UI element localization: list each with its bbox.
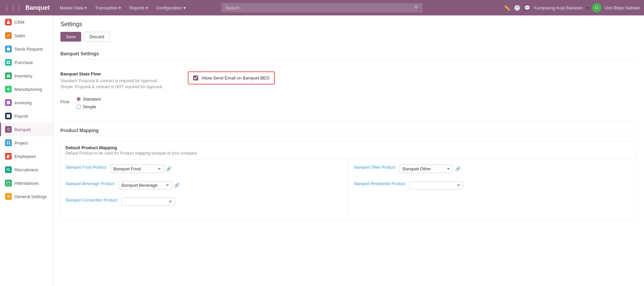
- edit-icon[interactable]: ✏️: [504, 5, 511, 11]
- mapping-row-convention: Banquet Convention Product: [66, 197, 343, 206]
- food-product-select[interactable]: Banquet Food: [110, 165, 164, 173]
- sidebar-item-payroll[interactable]: P Payroll: [0, 109, 53, 123]
- email-checkbox[interactable]: [193, 75, 198, 80]
- state-flow-desc-line1: Standard: Proposal & contract is require…: [60, 78, 158, 83]
- crm-icon: [5, 19, 12, 25]
- user-name[interactable]: Umi Bilqis Nabilah: [605, 5, 640, 10]
- radio-simple-input[interactable]: [76, 105, 81, 109]
- banquet-settings-content: Banquet State Flow Standard: Proposal & …: [60, 65, 637, 118]
- sidebar-item-invoicing[interactable]: $ Invoicing: [0, 96, 53, 109]
- sidebar-item-recruitment[interactable]: Recruitment: [0, 163, 53, 176]
- email-checkbox-label: Allow Send Email on Banquet BEO: [202, 75, 269, 80]
- general-icon: [5, 193, 12, 200]
- beverage-external-link-icon[interactable]: 🔗: [174, 183, 179, 188]
- svg-rect-15: [9, 141, 10, 142]
- residential-product-select-container: [410, 181, 463, 189]
- other-product-select-container: Banquet Other 🔗: [399, 165, 461, 173]
- page-title: Settings: [60, 21, 637, 28]
- sidebar-item-stock[interactable]: Stock Request: [0, 42, 53, 56]
- sidebar-label-recruitment: Recruitment: [14, 167, 38, 172]
- svg-point-20: [7, 168, 9, 171]
- sidebar-label-employees: Employees: [14, 154, 36, 159]
- radio-standard[interactable]: Standard: [76, 97, 101, 102]
- radio-standard-input[interactable]: [76, 97, 81, 101]
- search-input[interactable]: [221, 3, 423, 12]
- sidebar-label-general: General Settings: [14, 194, 47, 199]
- sidebar-label-invoicing: Invoicing: [14, 100, 32, 105]
- product-mapping-section-header: Product Mapping: [60, 124, 637, 136]
- save-button[interactable]: Save: [60, 32, 81, 42]
- other-product-select[interactable]: Banquet Other: [399, 165, 453, 173]
- company-selector[interactable]: Kampoeng Kopi Banaran: [534, 5, 583, 10]
- radio-simple-label: Simple: [83, 104, 96, 109]
- sidebar-item-banquet[interactable]: Banquet: [0, 123, 53, 136]
- sidebar-item-manufacturing[interactable]: Manufacturing: [0, 82, 53, 96]
- recruitment-icon: [5, 166, 12, 173]
- brand-logo: Banquet: [25, 4, 50, 11]
- dpm-body: Banquet Food Product Banquet Food 🔗 Banq…: [61, 159, 637, 219]
- residential-product-label: Banquet Residential Product: [355, 181, 406, 187]
- svg-point-18: [7, 155, 9, 157]
- radio-standard-label: Standard: [83, 97, 101, 102]
- other-product-label: Banquet Other Product: [355, 165, 396, 170]
- dpm-right-col: Banquet Other Product Banquet Other 🔗 Ba…: [349, 159, 637, 219]
- search-container: 🔍: [221, 0, 423, 15]
- state-flow-label: Banquet State Flow: [60, 71, 174, 76]
- main-content: Settings Save Discard Banquet Settings B…: [54, 15, 644, 286]
- avatar[interactable]: U: [592, 3, 601, 12]
- mapping-row-beverage: Banquet Beverage Product Banquet Beverag…: [66, 181, 343, 189]
- svg-rect-17: [9, 143, 10, 145]
- sidebar-item-inventory[interactable]: Inventory: [0, 69, 53, 82]
- other-external-link-icon[interactable]: 🔗: [455, 166, 461, 171]
- nav-configuration[interactable]: Configuration ▾: [153, 4, 189, 12]
- flow-radio-group: Standard Simple: [76, 97, 101, 109]
- beverage-product-select-container: Banquet Beverage 🔗: [118, 181, 179, 189]
- svg-text:P: P: [7, 115, 9, 117]
- sidebar-item-crm[interactable]: CRM: [0, 15, 53, 29]
- sidebar-label-payroll: Payroll: [14, 114, 28, 119]
- chat-icon[interactable]: 💬: [524, 5, 531, 11]
- clock-icon[interactable]: 🕐: [514, 5, 521, 11]
- sidebar-item-attendances[interactable]: Attendances: [0, 176, 53, 190]
- top-navigation: ⋮⋮⋮ Banquet Master Data ▾ Transaction ▾ …: [0, 0, 644, 15]
- mapping-row-food: Banquet Food Product Banquet Food 🔗: [66, 165, 343, 173]
- sidebar-item-project[interactable]: Project: [0, 136, 53, 150]
- svg-point-7: [8, 89, 9, 90]
- food-external-link-icon[interactable]: 🔗: [166, 166, 171, 171]
- stock-icon: [5, 46, 12, 52]
- nav-master-data[interactable]: Master Data ▾: [56, 4, 90, 12]
- beverage-product-select[interactable]: Banquet Beverage: [118, 181, 172, 189]
- email-checkbox-container: Allow Send Email on Banquet BEO: [188, 71, 275, 84]
- food-product-label: Banquet Food Product: [66, 165, 106, 170]
- invoicing-icon: $: [5, 99, 12, 106]
- sidebar-item-employees[interactable]: Employees: [0, 150, 53, 163]
- sidebar-label-attendances: Attendances: [14, 181, 39, 186]
- sidebar-label-sales: Sales: [14, 33, 25, 38]
- apps-grid-icon[interactable]: ⋮⋮⋮: [4, 4, 22, 11]
- employees-icon: [5, 153, 12, 160]
- svg-line-21: [9, 170, 10, 172]
- discard-button[interactable]: Discard: [84, 32, 110, 42]
- svg-point-26: [8, 196, 9, 197]
- company-arrow-icon: ▾: [586, 5, 589, 10]
- nav-transaction[interactable]: Transaction ▾: [92, 4, 124, 12]
- radio-simple[interactable]: Simple: [76, 104, 101, 109]
- banquet-icon: [5, 126, 12, 133]
- flow-label: Flow: [60, 99, 74, 104]
- state-flow-group: Banquet State Flow Standard: Proposal & …: [60, 69, 637, 114]
- settings-body: Banquet Settings Banquet State Flow Stan…: [54, 47, 644, 220]
- project-icon: [5, 139, 12, 146]
- sidebar-item-sales[interactable]: Sales: [0, 29, 53, 42]
- convention-product-select[interactable]: [121, 197, 175, 206]
- sidebar-item-general[interactable]: General Settings: [0, 190, 53, 203]
- svg-rect-22: [7, 182, 10, 185]
- mapping-row-residential: Banquet Residential Product: [355, 181, 632, 189]
- banquet-settings-section-header: Banquet Settings: [60, 47, 637, 59]
- state-flow-desc: Standard: Proposal & contract is require…: [60, 78, 174, 90]
- sidebar-item-purchase[interactable]: Purchase: [0, 56, 53, 69]
- residential-product-select[interactable]: [410, 181, 463, 189]
- dpm-header: Default Product Mapping Default Product …: [61, 142, 637, 159]
- default-product-mapping: Default Product Mapping Default Product …: [60, 141, 637, 220]
- nav-reports[interactable]: Reports ▾: [126, 4, 151, 12]
- settings-header: Settings Save Discard: [54, 15, 644, 42]
